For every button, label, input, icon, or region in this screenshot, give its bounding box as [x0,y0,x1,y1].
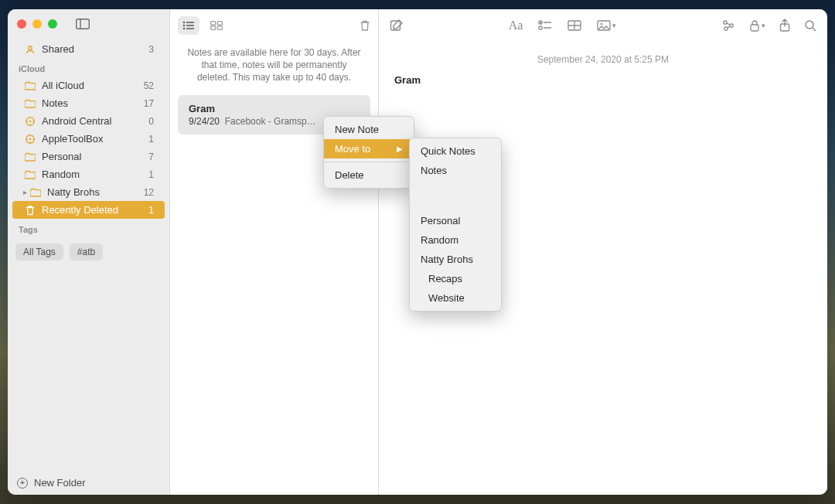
link-icon[interactable] [721,19,735,32]
sidebar-item-natty-brohs[interactable]: ▸Natty Brohs12 [12,183,165,201]
submenu-personal[interactable]: Personal [410,211,501,230]
sidebar-item-label: Random [37,169,148,180]
sidebar-section-tags: Tags [8,219,169,237]
submenu-quick-notes[interactable]: Quick Notes [410,141,501,161]
share-icon[interactable] [779,19,790,32]
sidebar-item-count: 7 [148,152,154,162]
svg-point-35 [724,21,727,24]
submenu-natty-brohs[interactable]: Natty Brohs [410,250,501,269]
submenu-notes[interactable]: Notes [410,161,501,180]
svg-point-15 [183,22,185,23]
svg-line-38 [727,23,730,25]
note-editor-title: Gram [394,74,812,97]
svg-rect-40 [751,25,758,31]
zoom-icon[interactable] [48,19,57,29]
sidebar-item-appletoolbox[interactable]: AppleToolBox1 [12,130,165,148]
sidebar: Shared 3 iCloud All iCloud52Notes17Andro… [8,9,170,495]
sidebar-item-count: 1 [148,205,154,216]
svg-point-28 [539,26,542,29]
svg-point-2 [29,46,32,49]
lock-icon[interactable]: ▾ [749,19,765,32]
sidebar-item-all-icloud[interactable]: All iCloud52 [12,77,165,94]
titlebar [8,14,169,40]
sidebar-item-count: 1 [148,169,154,180]
sidebar-item-personal[interactable]: Personal7 [12,148,165,165]
text-format-icon[interactable]: Aa [509,19,523,32]
editor-toolbar: Aa ▾ ▾ [379,9,827,42]
submenu-random[interactable]: Random [410,230,501,250]
new-folder-label: New Folder [34,477,85,489]
svg-point-10 [29,138,32,140]
sidebar-item-recently-deleted[interactable]: Recently Deleted1 [12,201,165,219]
sidebar-item-label: Shared [37,43,148,55]
svg-line-43 [813,28,816,31]
ctx-new-note[interactable]: New Note [324,120,414,139]
tag-all[interactable]: All Tags [15,243,63,261]
notes-list-column: Notes are available here for 30 days. Af… [170,9,379,495]
media-icon[interactable]: ▾ [597,19,616,32]
chevron-right-icon[interactable]: ▸ [23,188,27,196]
sidebar-item-notes[interactable]: Notes17 [12,94,165,112]
note-preview: Facebook - Gramsp… [225,116,316,127]
folder-icon [23,99,37,108]
tags-row: All Tags #atb [8,237,169,267]
svg-point-34 [601,23,603,26]
close-icon[interactable] [17,19,26,29]
list-view-icon[interactable] [178,16,199,35]
sidebar-item-label: Natty Brohs [43,186,144,198]
gallery-view-icon[interactable] [206,16,227,35]
svg-rect-21 [211,22,216,26]
traffic-lights [17,19,57,29]
compose-icon[interactable] [390,19,404,32]
checklist-icon[interactable] [538,19,552,32]
folder-icon [29,188,43,197]
ctx-delete[interactable]: Delete [324,165,414,185]
sidebar-item-random[interactable]: Random1 [12,165,165,183]
chevron-down-icon: ▾ [612,22,616,29]
toolbar-right: ▾ [721,19,816,32]
svg-point-36 [730,24,733,27]
folder-icon [23,170,37,179]
minimize-icon[interactable] [32,19,42,29]
svg-point-19 [183,28,185,29]
submenu-website[interactable]: Website [410,288,501,308]
smart-icon [23,116,37,127]
sidebar-item-label: Personal [37,151,148,162]
sidebar-item-count: 17 [144,98,154,109]
ctx-move-to[interactable]: Move to ▶ [324,139,414,158]
tag-atb[interactable]: #atb [70,243,103,261]
sidebar-item-android-central[interactable]: Android Central0 [12,112,165,130]
trash-icon [23,205,37,216]
plus-circle-icon: + [17,478,28,489]
sidebar-item-count: 52 [144,80,154,91]
smart-icon [23,134,37,145]
table-icon[interactable] [567,19,581,32]
folder-icon [23,81,37,90]
chevron-right-icon: ▶ [397,145,403,153]
svg-rect-22 [217,22,222,26]
svg-line-39 [728,26,730,28]
delete-note-icon[interactable] [360,19,370,32]
ctx-separator [324,162,414,162]
svg-point-17 [183,25,185,26]
search-icon[interactable] [804,19,816,32]
sidebar-toggle-icon[interactable] [76,19,90,29]
sidebar-item-shared[interactable]: Shared 3 [12,40,165,58]
sidebar-item-count: 1 [148,134,154,145]
sidebar-section-icloud: iCloud [8,58,169,77]
svg-point-4 [29,120,32,122]
context-menu[interactable]: New Note Move to ▶ Delete [323,116,414,189]
svg-point-42 [806,21,813,29]
submenu-gap [410,180,501,211]
sidebar-item-count: 0 [148,116,154,127]
shared-icon [23,44,37,55]
app-window: Shared 3 iCloud All iCloud52Notes17Andro… [8,9,827,495]
sidebar-item-label: Recently Deleted [37,204,148,216]
format-toolbar: Aa ▾ [418,19,707,32]
list-toolbar [170,9,378,42]
new-folder-button[interactable]: + New Folder [8,471,169,495]
move-to-submenu[interactable]: Quick Notes Notes Personal Random Natty … [409,138,502,312]
submenu-recaps[interactable]: Recaps [410,269,501,288]
svg-rect-0 [77,19,90,29]
recently-deleted-banner: Notes are available here for 30 days. Af… [170,42,378,95]
